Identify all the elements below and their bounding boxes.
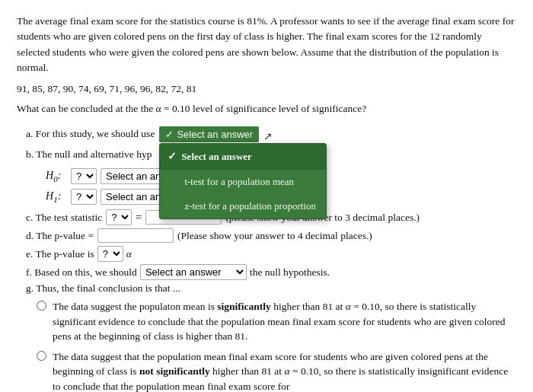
problem-statement: The average final exam score for the sta… <box>17 15 514 73</box>
part-f-suffix: the null hypothesis. <box>250 266 330 279</box>
part-c-question-select[interactable]: ? <box>106 209 132 225</box>
select-answer-label: Select an answer <box>177 129 253 140</box>
part-e-question-select[interactable]: ? <box>97 246 123 262</box>
parts-container: a. For this study, we should use ✓ Selec… <box>17 126 516 392</box>
menu-item-z-test-label: z-test for a population proportion <box>184 198 316 215</box>
part-a-label: a. For this study, we should use <box>26 126 155 143</box>
h0-label: H0: <box>46 170 67 183</box>
conclusion-radio-2[interactable] <box>37 351 46 361</box>
part-a-dropdown-wrapper[interactable]: ✓ Select an answer ✓ Select an answer t-… <box>159 126 259 142</box>
h0-question-select[interactable]: ? = ≠ < > ≤ ≥ <box>71 168 97 184</box>
menu-item-t-test[interactable]: t-test for a population mean <box>160 170 326 194</box>
part-g-label: g. Thus, the final conclusion is that ..… <box>26 282 180 294</box>
data-line: 91, 85, 87, 90, 74, 69, 71, 96, 96, 82, … <box>17 83 516 95</box>
h1-subscript: 1 <box>53 195 58 204</box>
part-d-note: (Please show your answer to 4 decimal pl… <box>177 230 372 242</box>
dropdown-menu[interactable]: ✓ Select an answer t-test for a populati… <box>159 143 327 219</box>
part-a: a. For this study, we should use ✓ Selec… <box>26 126 516 143</box>
menu-item-t-test-label: t-test for a population mean <box>184 174 294 190</box>
part-d-input[interactable] <box>97 228 174 243</box>
conclusion-text-2: The data suggest that the population mea… <box>53 349 516 392</box>
problem-text: The average final exam score for the sta… <box>17 14 516 75</box>
part-f-label: f. Based on this, we should <box>26 266 137 279</box>
menu-item-z-test[interactable]: z-test for a population proportion <box>160 194 326 218</box>
conclusion-item-2: The data suggest that the population mea… <box>37 349 516 392</box>
part-e-label: e. The p-value is <box>26 248 94 260</box>
part-c-label: c. The test statistic <box>26 212 102 224</box>
exam-scores: 91, 85, 87, 90, 74, 69, 71, 96, 96, 82, … <box>17 83 196 94</box>
conclusion-item-1: The data suggest the populaton mean is s… <box>37 299 516 344</box>
part-g-row: g. Thus, the final conclusion is that ..… <box>26 282 516 295</box>
question-text: What can be concluded at the the α = 0.1… <box>17 103 366 114</box>
h1-label: H1: <box>46 190 67 204</box>
part-f-row: f. Based on this, we should Select an an… <box>26 264 516 280</box>
part-b-label: b. The null and alternative hyp <box>26 148 152 160</box>
h1-question-select[interactable]: ? = ≠ < > ≤ ≥ <box>71 189 97 205</box>
conclusion-text-1: The data suggest the populaton mean is s… <box>53 299 516 344</box>
h0-subscript: 0 <box>53 174 58 183</box>
conclusions-list: The data suggest the populaton mean is s… <box>37 299 516 392</box>
part-f-select[interactable]: Select an answer <box>140 264 247 280</box>
menu-item-selected[interactable]: ✓ Select an answer <box>160 144 326 170</box>
part-d-row: d. The p-value = (Please show your answe… <box>26 228 516 243</box>
checkmark-icon: ✓ <box>165 129 174 140</box>
menu-item-selected-label: Select an answer <box>181 148 251 165</box>
check-icon: ✓ <box>168 148 177 166</box>
part-c-equals: = <box>136 212 142 224</box>
select-answer-button[interactable]: ✓ Select an answer <box>159 126 259 142</box>
conclusion-radio-1[interactable] <box>37 301 46 311</box>
part-e-row: e. The p-value is ? α <box>26 246 516 262</box>
question-line: What can be concluded at the the α = 0.1… <box>17 101 516 116</box>
part-e-alpha: α <box>126 248 132 260</box>
part-d-label: d. The p-value = <box>26 230 94 242</box>
